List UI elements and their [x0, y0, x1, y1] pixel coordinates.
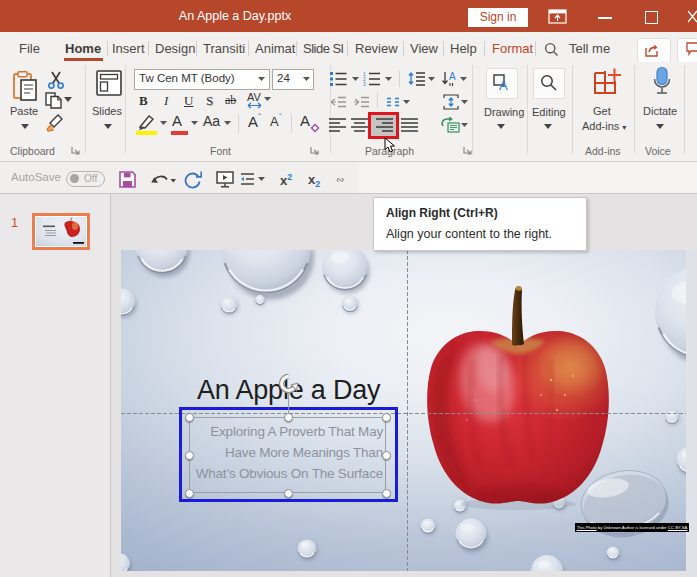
svg-text:3: 3 — [363, 82, 366, 86]
svg-text:A: A — [449, 71, 456, 82]
svg-text:A: A — [499, 78, 508, 91]
